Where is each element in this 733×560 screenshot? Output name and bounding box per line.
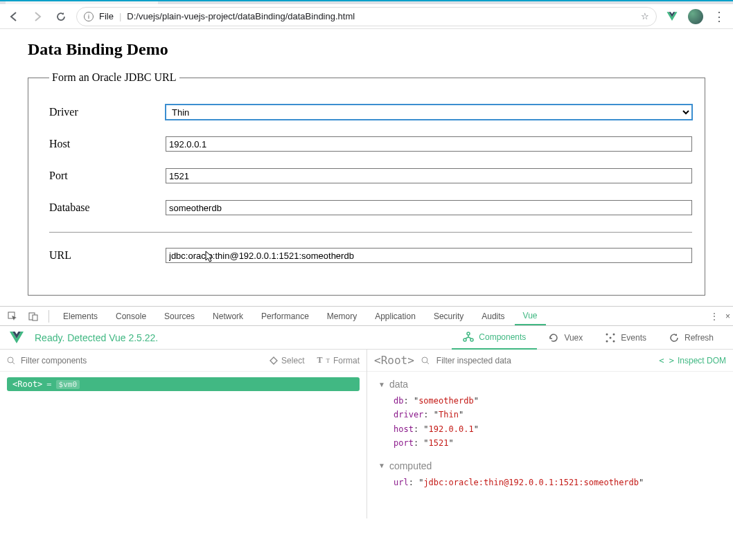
device-toggle-icon[interactable] (24, 311, 43, 321)
devtools-tab-console[interactable]: Console (107, 307, 154, 325)
filter-components-input[interactable] (21, 356, 264, 365)
devtools-tab-performance[interactable]: Performance (253, 307, 317, 325)
devtools-tabs: Elements Console Sources Network Perform… (0, 307, 733, 326)
devtools-tab-memory[interactable]: Memory (319, 307, 365, 325)
devtools-close-icon[interactable]: × (725, 311, 730, 321)
svg-point-7 (467, 332, 470, 335)
vue-nav-events[interactable]: Events (594, 326, 657, 350)
vue-status: Ready. Detected Vue 2.5.22. (35, 332, 158, 343)
devtools-tab-network[interactable]: Network (204, 307, 251, 325)
component-tree-panel: Select TT Format <Root> = $vm0 (0, 350, 367, 518)
chevron-down-icon: ▼ (378, 462, 385, 469)
vue-nav-vuex[interactable]: Vuex (537, 326, 594, 350)
devtools-tab-sources[interactable]: Sources (156, 307, 203, 325)
host-label: Host (49, 138, 166, 150)
component-root-row[interactable]: <Root> = $vm0 (7, 377, 360, 391)
search-icon (421, 356, 430, 365)
new-tab-button[interactable]: + (165, 0, 184, 3)
vue-devtools-header: Ready. Detected Vue 2.5.22. Components V… (0, 326, 733, 350)
bookmark-icon[interactable]: ☆ (641, 11, 649, 21)
chevron-down-icon: ▼ (378, 381, 385, 388)
select-component-button[interactable]: Select (270, 355, 304, 365)
driver-label: Driver (49, 106, 166, 118)
svg-rect-6 (33, 315, 37, 320)
inspect-element-icon[interactable] (3, 311, 22, 321)
host-input[interactable] (166, 136, 692, 152)
vm-badge: $vm0 (56, 380, 80, 389)
url-scheme: File (99, 11, 114, 21)
data-kv-driver: driver: "Thin" (378, 408, 722, 422)
data-kv-port: port: "1521" (378, 436, 722, 450)
vue-extension-icon[interactable] (664, 8, 680, 25)
reload-button[interactable] (53, 8, 69, 25)
data-kv-db: db: "someotherdb" (378, 394, 722, 408)
svg-point-14 (610, 336, 612, 338)
page-content: Data Binding Demo Form an Oracle JDBC UR… (0, 29, 733, 306)
devtools-tab-elements[interactable]: Elements (55, 307, 106, 325)
filter-inspected-input[interactable] (436, 356, 652, 365)
browser-tab[interactable]: Data Binding Demo × (6, 0, 158, 4)
inspect-dom-button[interactable]: < > Inspect DOM (659, 356, 726, 365)
data-kv-host: host: "192.0.0.1" (378, 422, 722, 436)
format-button[interactable]: TT Format (317, 355, 360, 365)
svg-line-16 (12, 362, 15, 364)
svg-point-11 (613, 333, 615, 335)
port-input[interactable] (166, 168, 692, 183)
svg-line-18 (427, 362, 429, 364)
devtools-tab-application[interactable]: Application (366, 307, 424, 325)
port-label: Port (49, 170, 166, 182)
forward-button[interactable] (29, 8, 46, 25)
url-divider: | (119, 11, 121, 21)
url-output[interactable] (166, 248, 692, 263)
devtools-kebab-icon[interactable]: ⋮ (710, 311, 718, 321)
search-icon (7, 356, 15, 365)
vue-nav-components[interactable]: Components (452, 326, 537, 350)
svg-point-17 (422, 357, 427, 363)
address-field[interactable]: i File | D:/vuejs/plain-vuejs-project/da… (76, 7, 657, 26)
form-separator (49, 232, 692, 233)
browser-tab-bar: Data Binding Demo × + (0, 0, 733, 4)
inspected-data-panel: <Root> < > Inspect DOM ▼ data db: "someo… (367, 350, 733, 518)
data-section-header[interactable]: ▼ data (378, 379, 722, 390)
svg-point-12 (606, 340, 608, 342)
back-button[interactable] (6, 8, 22, 25)
database-input[interactable] (166, 200, 692, 215)
svg-point-15 (8, 357, 13, 363)
devtools-tab-vue[interactable]: Vue (515, 307, 546, 325)
form-legend: Form an Oracle JDBC URL (49, 71, 179, 84)
computed-section-header[interactable]: ▼ computed (378, 460, 722, 471)
vue-logo-icon (8, 329, 25, 346)
address-bar: i File | D:/vuejs/plain-vuejs-project/da… (0, 4, 733, 29)
devtools-tab-audits[interactable]: Audits (473, 307, 513, 325)
url-path: D:/vuejs/plain-vuejs-project/dataBinding… (127, 11, 355, 21)
svg-point-10 (606, 333, 608, 335)
browser-menu-button[interactable]: ⋮ (711, 8, 727, 25)
page-title: Data Binding Demo (28, 40, 705, 59)
vue-nav-refresh[interactable]: Refresh (657, 326, 725, 350)
root-component-label: <Root> (12, 379, 42, 389)
jdbc-form: Form an Oracle JDBC URL Driver Thin Host… (28, 71, 705, 296)
info-icon[interactable]: i (84, 12, 94, 21)
inspected-root-tag: <Root> (374, 354, 414, 367)
user-avatar[interactable] (687, 8, 704, 25)
url-label: URL (49, 249, 166, 262)
svg-point-13 (613, 340, 615, 342)
devtools-panel: Elements Console Sources Network Perform… (0, 306, 733, 518)
computed-kv-url: url: "jdbc:oracle:thin@192.0.0.1:1521:so… (378, 476, 722, 489)
devtools-tab-security[interactable]: Security (425, 307, 472, 325)
database-label: Database (49, 201, 166, 214)
driver-select[interactable]: Thin (166, 105, 692, 120)
